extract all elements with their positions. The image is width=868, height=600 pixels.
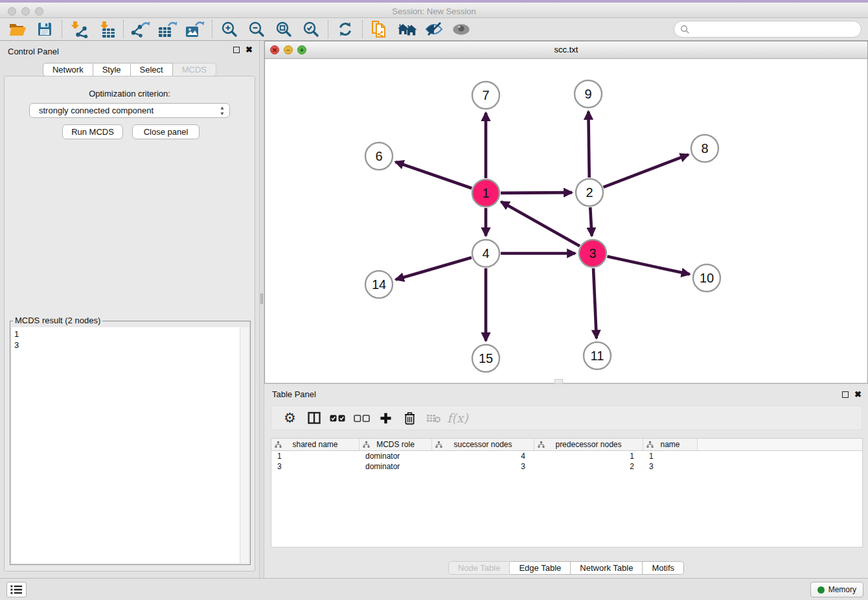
graph-node-1[interactable]: 1 — [472, 179, 499, 207]
graph-node-4[interactable]: 4 — [472, 240, 499, 267]
import-table-button[interactable] — [93, 19, 120, 40]
toggle-graphics-details-button[interactable] — [420, 19, 448, 40]
table-cell[interactable]: 1 — [643, 451, 698, 461]
graph-edge-2-9[interactable] — [588, 111, 589, 178]
network-window-titlebar: ✕ − + scc.txt — [265, 41, 867, 59]
search-field[interactable] — [674, 21, 862, 38]
task-history-button[interactable] — [6, 582, 27, 597]
task-list-icon — [10, 584, 23, 595]
graph-node-10[interactable]: 10 — [693, 264, 720, 292]
table-cell[interactable]: 1 — [271, 451, 360, 461]
graph-node-3[interactable]: 3 — [579, 240, 606, 267]
tab-style[interactable]: Style — [93, 63, 131, 76]
graph-node-7[interactable]: 7 — [472, 82, 499, 109]
vertical-splitter[interactable] — [259, 41, 264, 578]
column-header-predecessor-nodes[interactable]: predecessor nodes — [534, 439, 643, 450]
function-builder-button[interactable]: f(x) — [446, 408, 470, 428]
splitter-handle[interactable] — [260, 294, 263, 304]
graph-node-15[interactable]: 15 — [472, 345, 499, 372]
mcds-result-scrollbar[interactable] — [240, 327, 249, 563]
tab-network-table[interactable]: Network Table — [571, 561, 643, 575]
add-column-button[interactable] — [374, 408, 398, 428]
graph-edge-4-14[interactable] — [396, 257, 472, 279]
graph-node-14[interactable]: 14 — [365, 271, 393, 298]
show-columns-button[interactable] — [302, 408, 326, 428]
delete-table-button[interactable] — [422, 408, 446, 428]
graph-edge-1-6[interactable] — [396, 162, 472, 189]
refresh-layout-button[interactable] — [332, 19, 359, 40]
table-row[interactable]: 3dominator323 — [271, 461, 862, 472]
run-mcds-button[interactable]: Run MCDS — [62, 124, 123, 139]
hierarchy-icon — [646, 441, 654, 448]
tab-mcds[interactable]: MCDS — [173, 63, 216, 76]
optimization-criterion-label: Optimization criterion: — [5, 89, 255, 98]
open-session-button[interactable] — [4, 19, 31, 40]
window-title: Session: New Session — [0, 6, 868, 16]
graph-edge-3-11[interactable] — [593, 268, 597, 338]
table-cell[interactable]: 3 — [643, 461, 698, 472]
tab-node-table[interactable]: Node Table — [448, 561, 510, 575]
graph-node-8[interactable]: 8 — [691, 135, 718, 162]
search-icon — [680, 25, 690, 34]
table-cell[interactable]: dominator — [360, 461, 432, 472]
tab-motifs[interactable]: Motifs — [643, 561, 684, 575]
graph-node-2[interactable]: 2 — [576, 179, 603, 206]
export-table-button[interactable] — [154, 19, 181, 40]
show-hide-view-button[interactable] — [448, 19, 475, 40]
export-image-button[interactable] — [181, 19, 209, 40]
graph-edge-1-2[interactable] — [501, 192, 572, 193]
graph-node-label: 6 — [375, 149, 382, 163]
table-row[interactable]: 1dominator411 — [271, 451, 862, 461]
close-panel-icon[interactable]: ✖ — [246, 46, 253, 54]
close-panel-button[interactable]: Close panel — [132, 124, 200, 139]
home-view-button[interactable] — [393, 19, 420, 40]
select-stepper-icon: ▲▼ — [220, 105, 225, 117]
tab-select[interactable]: Select — [131, 63, 173, 76]
zoom-in-button[interactable] — [216, 19, 243, 40]
float-panel-icon[interactable] — [842, 391, 849, 398]
duplicate-network-button[interactable] — [366, 19, 393, 40]
graph-node-9[interactable]: 9 — [575, 80, 602, 108]
zoom-out-button[interactable] — [243, 19, 270, 40]
mcds-result-text[interactable]: 1 3 — [12, 327, 240, 563]
graph-edge-2-3[interactable] — [590, 207, 591, 236]
table-cell[interactable]: 4 — [432, 451, 534, 461]
table-cell[interactable]: 3 — [432, 461, 534, 472]
graph-edge-3-10[interactable] — [607, 257, 689, 274]
export-network-button[interactable] — [127, 19, 154, 40]
unchecked-boxes-icon — [354, 414, 370, 422]
column-header-name[interactable]: name — [643, 439, 698, 450]
tab-network[interactable]: Network — [43, 63, 93, 76]
graph-edge-3-1[interactable] — [501, 202, 580, 246]
import-network-button[interactable] — [65, 19, 93, 40]
horizontal-splitter-handle[interactable] — [554, 379, 563, 384]
column-header-successor-nodes[interactable]: successor nodes — [432, 439, 534, 450]
table-cell[interactable]: dominator — [360, 451, 432, 461]
graph-node-label: 10 — [700, 271, 714, 285]
zoom-selected-button[interactable] — [297, 19, 325, 40]
deselect-all-button[interactable] — [350, 408, 374, 428]
columns-icon — [308, 411, 321, 424]
save-session-button[interactable] — [31, 19, 58, 40]
tab-edge-table[interactable]: Edge Table — [510, 561, 571, 575]
column-header-shared-name[interactable]: shared name — [271, 439, 360, 450]
gear-icon: ⚙ — [284, 411, 296, 425]
graph-edge-2-8[interactable] — [603, 155, 688, 187]
close-panel-icon[interactable]: ✖ — [854, 391, 862, 398]
float-panel-icon[interactable] — [233, 47, 240, 53]
table-body: 1dominator4113dominator323 — [271, 451, 862, 472]
memory-button[interactable]: Memory — [810, 582, 863, 597]
zoom-fit-button[interactable] — [270, 19, 297, 40]
graph-node-11[interactable]: 11 — [584, 342, 611, 369]
graph-node-6[interactable]: 6 — [365, 143, 393, 170]
delete-column-button[interactable] — [398, 408, 422, 428]
column-header-MCDS-role[interactable]: MCDS role — [360, 439, 432, 450]
optimization-criterion-select[interactable]: strongly connected component ▲▼ — [29, 103, 230, 118]
table-cell[interactable]: 3 — [271, 461, 360, 472]
network-canvas[interactable]: 1234678910111415 — [265, 59, 867, 383]
table-cell[interactable]: 2 — [534, 461, 643, 472]
delete-table-icon — [426, 413, 441, 423]
table-settings-button[interactable]: ⚙ — [278, 408, 302, 428]
table-cell[interactable]: 1 — [534, 451, 643, 461]
select-all-button[interactable] — [326, 408, 350, 428]
